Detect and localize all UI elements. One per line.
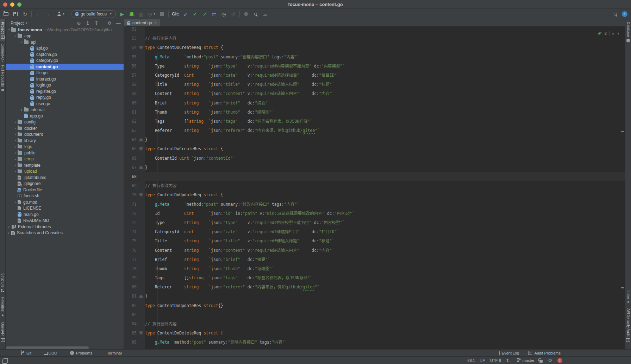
tree-item-interact.go[interactable]: interact.go: [6, 76, 124, 82]
tree-item-login.go[interactable]: login.go: [6, 82, 124, 89]
line-ending-indicator[interactable]: LF: [480, 358, 485, 363]
encoding-indicator[interactable]: UTF-8: [490, 358, 501, 363]
chevron-icon[interactable]: ›: [13, 163, 18, 167]
code-line-78[interactable]: 78 Thumb string `json:"thumb" dc:"缩略图"`: [124, 264, 625, 273]
chevron-icon[interactable]: ›: [13, 139, 18, 142]
chevron-icon[interactable]: ›: [7, 27, 11, 32]
toolwindow-button-event-log[interactable]: Event Log: [499, 351, 519, 355]
tree-item-api[interactable]: ›api: [6, 39, 124, 45]
minimize-button[interactable]: [10, 2, 14, 7]
code-line-72[interactable]: 72 Id uint `json:"id" in:"path" v:"min:1…: [124, 209, 625, 218]
fold-marker-icon[interactable]: [139, 294, 143, 298]
code-line-61[interactable]: 61 Thumb string `json:"thumb" dc:"缩略图"`: [124, 108, 625, 117]
code-line-65[interactable]: 65type ContentDoCreateRes struct {: [124, 144, 625, 153]
tree-item-logs[interactable]: ›logs: [6, 144, 124, 150]
code-line-83[interactable]: 83: [124, 310, 625, 319]
tree-item-external-libraries[interactable]: ›External Libraries: [6, 224, 124, 230]
code-line-52[interactable]: 52: [124, 27, 625, 34]
project-horizontal-scrollbar[interactable]: [6, 346, 89, 349]
code-line-62[interactable]: 62 Tags []string `json:"tags" dc:"标签名称列表…: [124, 117, 625, 126]
hide-panel-icon[interactable]: —: [116, 20, 121, 26]
chevron-icon[interactable]: ›: [20, 40, 24, 45]
caret-position[interactable]: 68:1: [468, 358, 475, 363]
chevron-icon[interactable]: ›: [19, 108, 24, 112]
project-panel-title[interactable]: Project: [11, 21, 24, 26]
code-line-68[interactable]: 68: [124, 172, 625, 181]
tree-item-temp[interactable]: ›temp: [6, 156, 124, 162]
code-line-76[interactable]: 76 Content string `json:"content" v:"req…: [124, 246, 625, 255]
tree-item-content.go[interactable]: content.go: [6, 64, 124, 70]
toolwindow-button-todo[interactable]: TODO: [44, 351, 57, 355]
expand-all-icon[interactable]: ↥: [85, 20, 90, 26]
git-commit-icon[interactable]: ✔: [192, 11, 198, 18]
fold-marker-icon[interactable]: [139, 147, 143, 151]
toolwindow-tab-project[interactable]: Project: [0, 19, 5, 41]
code-line-55[interactable]: 55 g.Meta `method:"post" summary:"创建内容接口…: [124, 52, 625, 62]
code-line-81[interactable]: 81}: [124, 292, 625, 301]
inspection-widget[interactable]: ✔✔ 2 ∧ ∨: [598, 31, 619, 36]
toolwindow-tab-structure[interactable]: Structure: [0, 271, 5, 295]
profiler-icon[interactable]: ◷▼: [148, 11, 156, 18]
code-line-64[interactable]: 64}: [124, 135, 625, 144]
code-line-86[interactable]: 86 g.Meta `method:"post" summary:"删除内容接口…: [124, 338, 625, 347]
tree-item-register.go[interactable]: register.go: [6, 88, 124, 95]
toolwindow-tab-database[interactable]: Database: [626, 19, 631, 45]
collapse-all-icon[interactable]: ↧: [94, 20, 99, 26]
code-line-85[interactable]: 85type ContentDoDeleteReq struct {: [124, 328, 625, 338]
code-line-75[interactable]: 75 Title string `json:"title" v:"require…: [124, 236, 625, 245]
tree-item-docker[interactable]: ›docker: [6, 125, 124, 132]
forward-icon[interactable]: →: [44, 11, 51, 18]
fold-marker-icon[interactable]: [139, 331, 143, 335]
tree-item-file.go[interactable]: file.go: [6, 70, 124, 76]
prev-problem-icon[interactable]: ∧: [612, 32, 614, 35]
chevron-icon[interactable]: ›: [6, 225, 11, 229]
git-push-icon[interactable]: ↗: [201, 11, 208, 18]
tree-item-dockerfile[interactable]: Dockerfile: [6, 187, 124, 193]
fold-marker-icon[interactable]: [139, 46, 143, 49]
chevron-icon[interactable]: ›: [13, 33, 17, 38]
toolwindow-button-problems[interactable]: Problems: [70, 351, 92, 355]
close-button[interactable]: [3, 2, 7, 7]
tree-item-go.mod[interactable]: ›go.mod: [6, 199, 124, 205]
toolwindow-tab-api-security-audit[interactable]: API Security Audit: [626, 306, 631, 344]
code-line-80[interactable]: 80 Referer string `json:"referer" dc:"内容…: [124, 282, 625, 292]
chevron-icon[interactable]: ›: [13, 170, 18, 173]
save-icon[interactable]: [12, 11, 19, 18]
chevron-icon[interactable]: ›: [13, 133, 18, 136]
gear-icon[interactable]: ⚙: [548, 358, 552, 363]
run-config-select[interactable]: go build focus▼: [71, 10, 116, 18]
code-line-59[interactable]: 59 Content string `json:"content" v:"req…: [124, 89, 625, 98]
code-line-73[interactable]: 73 Type string `json:"type" v:"required#…: [124, 218, 625, 227]
fold-marker-icon[interactable]: [139, 166, 143, 169]
lock-icon[interactable]: [539, 360, 543, 363]
error-stripe-mark[interactable]: [621, 131, 624, 132]
code-line-58[interactable]: 58 Title string `json:"title" v:"require…: [124, 80, 625, 89]
fold-marker-icon[interactable]: [139, 193, 143, 197]
tree-item-app.go[interactable]: app.go: [6, 113, 124, 119]
editor-tab-content-go[interactable]: content.go ×: [124, 19, 160, 26]
tree-item-public[interactable]: ›public: [6, 150, 124, 156]
truncated-indicator[interactable]: T...: [506, 358, 512, 363]
tree-item-template[interactable]: ›template: [6, 162, 124, 168]
git-update-icon[interactable]: ↙: [182, 11, 189, 18]
stop-icon[interactable]: [159, 11, 165, 18]
tree-item-license[interactable]: LICENSE: [6, 205, 124, 212]
cloud-icon[interactable]: ☁: [262, 11, 268, 18]
code-line-57[interactable]: 57 CategoryId uint `json:"cate" v:"requi…: [124, 71, 625, 80]
chevron-icon[interactable]: ›: [13, 126, 18, 130]
locate-icon[interactable]: ⊕: [76, 20, 81, 26]
tree-item-document[interactable]: ›document: [6, 132, 124, 138]
tree-item-scratches-and-conso-les[interactable]: ›Scratches and Conso­les: [6, 230, 124, 236]
tree-item-main.go[interactable]: main.go: [6, 211, 124, 218]
tree-item-upload[interactable]: ›upload: [6, 168, 124, 175]
zoom-button[interactable]: [17, 2, 21, 7]
chevron-icon[interactable]: ›: [13, 120, 18, 124]
hide-toolwindows-icon[interactable]: [4, 358, 8, 363]
code-line-60[interactable]: 60 Brief string `json:"brief" dc:"摘要"`: [124, 98, 625, 108]
toolwindow-tab-openapi[interactable]: OpenAPI: [0, 320, 5, 344]
tree-item-category.go[interactable]: category.go: [6, 58, 124, 64]
next-problem-icon[interactable]: ∨: [617, 32, 619, 35]
tree-item-internal[interactable]: ›internal: [6, 107, 124, 113]
code-editor[interactable]: 5253// 执行创建内容54type ContentDoCreateReq s…: [124, 27, 625, 349]
hexagon-icon[interactable]: [243, 11, 249, 18]
